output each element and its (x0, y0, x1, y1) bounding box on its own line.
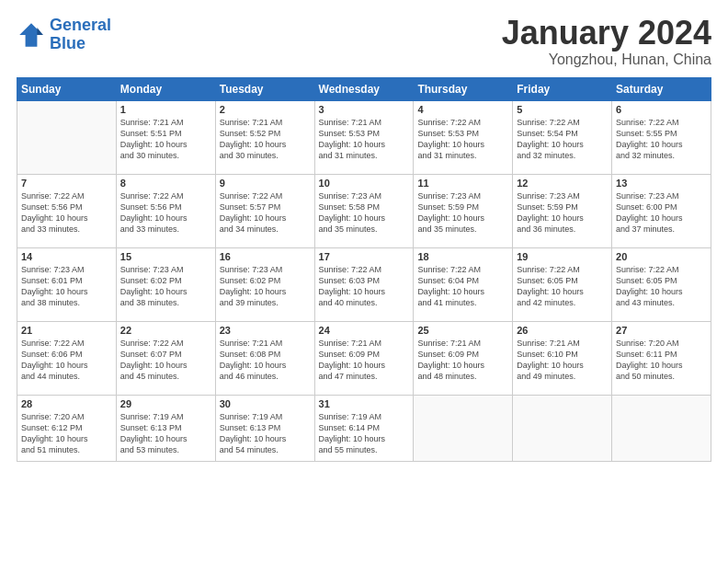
day-number: 1 (120, 104, 211, 115)
day-info: Sunrise: 7:19 AM Sunset: 6:13 PM Dayligh… (220, 411, 311, 456)
day-number: 10 (319, 178, 410, 189)
day-cell: 2Sunrise: 7:21 AM Sunset: 5:52 PM Daylig… (215, 101, 314, 175)
day-cell: 28Sunrise: 7:20 AM Sunset: 6:12 PM Dayli… (17, 396, 117, 462)
week-row-4: 21Sunrise: 7:22 AM Sunset: 6:06 PM Dayli… (17, 322, 711, 396)
day-number: 26 (517, 325, 608, 336)
day-info: Sunrise: 7:23 AM Sunset: 5:59 PM Dayligh… (517, 190, 608, 236)
day-number: 16 (220, 251, 311, 262)
day-info: Sunrise: 7:22 AM Sunset: 5:55 PM Dayligh… (616, 117, 707, 162)
day-cell: 23Sunrise: 7:21 AM Sunset: 6:08 PM Dayli… (215, 322, 314, 396)
day-info: Sunrise: 7:19 AM Sunset: 6:13 PM Dayligh… (120, 411, 211, 456)
day-cell (612, 396, 711, 462)
day-number: 11 (417, 178, 508, 189)
col-header-saturday: Saturday (612, 78, 711, 101)
logo-text: General Blue (50, 17, 111, 53)
day-info: Sunrise: 7:22 AM Sunset: 5:54 PM Dayligh… (517, 117, 608, 162)
day-number: 19 (517, 251, 608, 262)
day-cell: 13Sunrise: 7:23 AM Sunset: 6:00 PM Dayli… (612, 175, 711, 248)
day-cell: 4Sunrise: 7:22 AM Sunset: 5:53 PM Daylig… (414, 101, 513, 175)
day-info: Sunrise: 7:21 AM Sunset: 6:10 PM Dayligh… (517, 338, 608, 383)
day-number: 18 (417, 251, 508, 262)
day-number: 27 (616, 325, 707, 336)
day-cell: 25Sunrise: 7:21 AM Sunset: 6:09 PM Dayli… (414, 322, 513, 396)
day-number: 6 (616, 104, 707, 115)
day-info: Sunrise: 7:23 AM Sunset: 6:00 PM Dayligh… (616, 190, 707, 236)
col-header-tuesday: Tuesday (215, 78, 314, 101)
day-number: 15 (120, 251, 211, 262)
day-cell: 8Sunrise: 7:22 AM Sunset: 5:56 PM Daylig… (116, 175, 215, 248)
day-cell: 6Sunrise: 7:22 AM Sunset: 5:55 PM Daylig… (612, 101, 711, 175)
day-cell: 11Sunrise: 7:23 AM Sunset: 5:59 PM Dayli… (414, 175, 513, 248)
day-cell: 19Sunrise: 7:22 AM Sunset: 6:05 PM Dayli… (513, 248, 612, 322)
day-info: Sunrise: 7:23 AM Sunset: 6:02 PM Dayligh… (220, 264, 311, 309)
day-info: Sunrise: 7:20 AM Sunset: 6:12 PM Dayligh… (21, 411, 112, 456)
day-info: Sunrise: 7:23 AM Sunset: 5:58 PM Dayligh… (319, 190, 410, 236)
day-number: 5 (517, 104, 608, 115)
day-cell (17, 101, 117, 175)
title-block: January 2024 Yongzhou, Hunan, China (502, 17, 711, 68)
day-info: Sunrise: 7:22 AM Sunset: 6:07 PM Dayligh… (120, 338, 211, 383)
day-cell: 29Sunrise: 7:19 AM Sunset: 6:13 PM Dayli… (116, 396, 215, 462)
day-number: 20 (616, 251, 707, 262)
day-number: 21 (21, 325, 112, 336)
week-row-3: 14Sunrise: 7:23 AM Sunset: 6:01 PM Dayli… (17, 248, 711, 322)
logo: General Blue (17, 17, 111, 53)
day-info: Sunrise: 7:22 AM Sunset: 6:05 PM Dayligh… (517, 264, 608, 309)
day-cell: 16Sunrise: 7:23 AM Sunset: 6:02 PM Dayli… (215, 248, 314, 322)
col-header-sunday: Sunday (17, 78, 117, 101)
day-info: Sunrise: 7:21 AM Sunset: 6:08 PM Dayligh… (220, 338, 311, 383)
day-cell: 26Sunrise: 7:21 AM Sunset: 6:10 PM Dayli… (513, 322, 612, 396)
day-cell (513, 396, 612, 462)
day-number: 28 (21, 398, 112, 409)
col-header-monday: Monday (116, 78, 215, 101)
day-cell: 9Sunrise: 7:22 AM Sunset: 5:57 PM Daylig… (215, 175, 314, 248)
week-row-5: 28Sunrise: 7:20 AM Sunset: 6:12 PM Dayli… (17, 396, 711, 462)
day-cell: 1Sunrise: 7:21 AM Sunset: 5:51 PM Daylig… (116, 101, 215, 175)
day-info: Sunrise: 7:22 AM Sunset: 6:06 PM Dayligh… (21, 338, 112, 383)
day-number: 7 (21, 178, 112, 189)
logo-icon (17, 20, 46, 50)
day-cell: 24Sunrise: 7:21 AM Sunset: 6:09 PM Dayli… (314, 322, 414, 396)
day-cell: 7Sunrise: 7:22 AM Sunset: 5:56 PM Daylig… (17, 175, 117, 248)
day-cell: 27Sunrise: 7:20 AM Sunset: 6:11 PM Dayli… (612, 322, 711, 396)
day-info: Sunrise: 7:22 AM Sunset: 6:04 PM Dayligh… (417, 264, 508, 309)
day-number: 17 (319, 251, 410, 262)
week-row-1: 1Sunrise: 7:21 AM Sunset: 5:51 PM Daylig… (17, 101, 711, 175)
day-info: Sunrise: 7:22 AM Sunset: 5:56 PM Dayligh… (120, 190, 211, 236)
calendar-table: SundayMondayTuesdayWednesdayThursdayFrid… (17, 77, 711, 462)
header: General Blue January 2024 Yongzhou, Huna… (17, 17, 711, 68)
day-cell: 30Sunrise: 7:19 AM Sunset: 6:13 PM Dayli… (215, 396, 314, 462)
day-cell: 10Sunrise: 7:23 AM Sunset: 5:58 PM Dayli… (314, 175, 414, 248)
day-cell (414, 396, 513, 462)
day-cell: 17Sunrise: 7:22 AM Sunset: 6:03 PM Dayli… (314, 248, 414, 322)
day-cell: 18Sunrise: 7:22 AM Sunset: 6:04 PM Dayli… (414, 248, 513, 322)
day-number: 13 (616, 178, 707, 189)
col-header-friday: Friday (513, 78, 612, 101)
day-number: 14 (21, 251, 112, 262)
day-info: Sunrise: 7:21 AM Sunset: 5:51 PM Dayligh… (120, 117, 211, 162)
day-number: 24 (319, 325, 410, 336)
location: Yongzhou, Hunan, China (502, 52, 711, 68)
day-cell: 22Sunrise: 7:22 AM Sunset: 6:07 PM Dayli… (116, 322, 215, 396)
day-number: 22 (120, 325, 211, 336)
col-header-thursday: Thursday (414, 78, 513, 101)
day-number: 12 (517, 178, 608, 189)
week-row-2: 7Sunrise: 7:22 AM Sunset: 5:56 PM Daylig… (17, 175, 711, 248)
day-number: 31 (319, 398, 410, 409)
day-cell: 14Sunrise: 7:23 AM Sunset: 6:01 PM Dayli… (17, 248, 117, 322)
day-info: Sunrise: 7:21 AM Sunset: 5:53 PM Dayligh… (319, 117, 410, 162)
day-info: Sunrise: 7:21 AM Sunset: 5:52 PM Dayligh… (220, 117, 311, 162)
day-info: Sunrise: 7:19 AM Sunset: 6:14 PM Dayligh… (319, 411, 410, 456)
day-number: 25 (417, 325, 508, 336)
svg-marker-1 (37, 28, 42, 35)
day-info: Sunrise: 7:21 AM Sunset: 6:09 PM Dayligh… (319, 338, 410, 383)
day-cell: 5Sunrise: 7:22 AM Sunset: 5:54 PM Daylig… (513, 101, 612, 175)
day-number: 8 (120, 178, 211, 189)
day-number: 3 (319, 104, 410, 115)
day-info: Sunrise: 7:22 AM Sunset: 6:03 PM Dayligh… (319, 264, 410, 309)
header-row: SundayMondayTuesdayWednesdayThursdayFrid… (17, 78, 711, 101)
calendar-page: General Blue January 2024 Yongzhou, Huna… (0, 0, 728, 563)
day-info: Sunrise: 7:22 AM Sunset: 5:56 PM Dayligh… (21, 190, 112, 236)
day-info: Sunrise: 7:22 AM Sunset: 5:57 PM Dayligh… (220, 190, 311, 236)
day-number: 29 (120, 398, 211, 409)
